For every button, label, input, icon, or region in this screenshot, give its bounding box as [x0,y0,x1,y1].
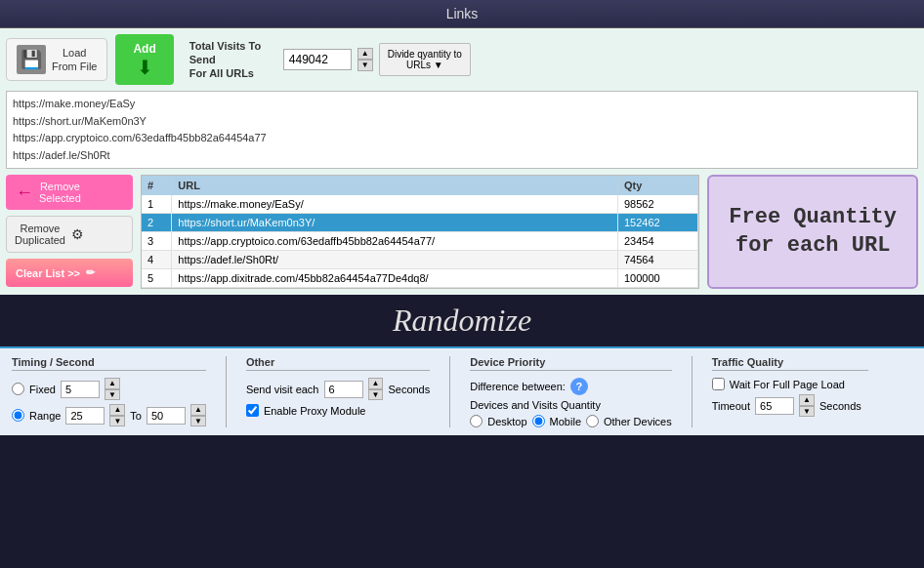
timing-fixed-radio[interactable] [12,383,24,395]
remove-duplicated-button[interactable]: Remove Duplicated ⚙ [6,216,133,253]
total-visits-label: Total Visits To Send For All URLs [189,39,277,81]
timing-fixed-row: Fixed ▲ ▼ [12,378,206,400]
cell-qty: 74564 [618,251,698,269]
load-from-file-button[interactable]: 💾 Load From File [6,38,107,81]
difference-label-row: Difference between: ? [470,378,671,395]
cell-qty: 100000 [618,269,698,288]
free-quantity-box: Free Quantity for each URL [707,175,918,289]
middle-section: ← Remove Selected Remove Duplicated ⚙ Cl… [6,175,918,289]
divider-2 [449,356,450,427]
clear-list-label: Clear List >> [16,267,80,279]
other-devices-label: Other Devices [604,416,672,427]
cell-qty: 98562 [618,195,698,214]
timing-fixed-up[interactable]: ▲ [105,378,120,389]
divide-quantity-button[interactable]: Divide qyantity to URLs ▼ [379,43,471,76]
url-line-4: https://adef.le/Sh0Rt [13,147,911,165]
mobile-radio[interactable] [532,415,545,427]
cell-url: https://make.money/EaSy/ [172,195,618,214]
timing-from-up[interactable]: ▲ [109,404,125,416]
device-priority-group: Device Priority Difference between: ? De… [470,356,671,427]
visits-spinner: ▲ ▼ [357,48,373,70]
url-line-5: https://app.dixitrade.com/45bb82a64454a7… [13,164,911,169]
cell-url: https://short.ur/MaKem0n3Y/ [172,214,618,232]
timeout-spinner: ▲ ▼ [799,394,815,417]
gear-icon: ⚙ [71,226,84,242]
send-visit-label: Send visit each [246,384,319,395]
total-visits-section: Total Visits To Send For All URLs ▲ ▼ Di… [189,39,471,81]
other-title: Other [246,356,430,371]
send-visit-down[interactable]: ▼ [368,389,384,401]
table-row[interactable]: 5 https://app.dixitrade.com/45bb82a64454… [142,269,698,288]
cell-num: 2 [142,214,172,232]
send-visit-up[interactable]: ▲ [368,378,384,389]
timing-fixed-down[interactable]: ▼ [105,389,120,401]
desktop-label: Desktop [487,416,526,427]
col-url: URL [172,176,618,195]
wait-page-load-checkbox[interactable] [712,378,725,390]
table-row[interactable]: 3 https://app.cryptoico.com/63edaffb45bb… [142,232,698,251]
table-row[interactable]: 4 https://adef.le/Sh0Rt/ 74564 [142,251,698,269]
device-help-button[interactable]: ? [570,378,588,395]
timing-fixed-label: Fixed [29,384,56,395]
desktop-radio[interactable] [470,415,483,427]
mobile-label: Mobile [550,416,581,427]
timeout-down[interactable]: ▼ [799,406,815,418]
timing-range-radio[interactable] [12,409,24,422]
timing-fixed-input[interactable] [61,381,100,398]
add-button[interactable]: Add ⬇ [115,34,173,85]
visits-spinner-down[interactable]: ▼ [357,60,373,71]
proxy-row: Enable Proxy Module [246,404,430,417]
timeout-up[interactable]: ▲ [799,394,815,406]
timing-from-spinner: ▲ ▼ [109,404,125,426]
timing-range-row: Range ▲ ▼ To ▲ ▼ [12,404,206,426]
devices-visits-row: Devices and Visits Quantity [470,399,671,411]
other-devices-radio[interactable] [586,415,599,427]
cell-num: 5 [142,269,172,288]
other-group: Other Send visit each ▲ ▼ Seconds Enable… [246,356,430,417]
col-qty: Qty [618,176,698,195]
url-table: # URL Qty 1 https://make.money/EaSy/ 985… [142,176,698,288]
wait-page-load-label: Wait For Full Page Load [730,379,845,390]
cell-url: https://app.dixitrade.com/45bb82a64454a7… [172,269,618,288]
visits-spinner-up[interactable]: ▲ [357,48,373,60]
timing-group: Timing / Second Fixed ▲ ▼ Range ▲ ▼ To ▲… [12,356,206,426]
traffic-quality-group: Traffic Quality Wait For Full Page Load … [712,356,868,417]
send-visit-spinner: ▲ ▼ [368,378,384,400]
table-row[interactable]: 2 https://short.ur/MaKem0n3Y/ 152462 [142,214,698,232]
device-priority-title: Device Priority [470,356,671,371]
remove-selected-label: Remove Selected [39,181,81,204]
remove-selected-line1: Remove [40,181,80,192]
timeout-row: Timeout ▲ ▼ Seconds [712,394,868,417]
remove-selected-button[interactable]: ← Remove Selected [6,175,133,210]
device-options-row: Desktop Mobile Other Devices [470,415,671,427]
cell-num: 1 [142,195,172,214]
timing-to-up[interactable]: ▲ [190,404,206,416]
cell-url: https://app.cryptoico.com/63edaffb45bb82… [172,232,618,251]
toolbar: 💾 Load From File Add ⬇ Total Visits To S… [6,34,918,85]
free-qty-line1: Free Quantity [729,205,897,229]
title-bar: Links [0,0,924,28]
table-row[interactable]: 1 https://make.money/EaSy/ 98562 [142,195,698,214]
randomize-label: Randomize [393,303,531,338]
main-area: 💾 Load From File Add ⬇ Total Visits To S… [0,28,924,295]
timing-range-to-input[interactable] [147,407,186,425]
send-visit-input[interactable] [324,381,363,398]
timeout-input[interactable] [755,397,794,415]
clear-list-button[interactable]: Clear List >> ✏ [6,259,133,287]
timing-title: Timing / Second [12,356,206,371]
timing-to-spinner: ▲ ▼ [190,404,206,426]
timing-to-down[interactable]: ▼ [190,416,206,427]
enable-proxy-checkbox[interactable] [246,404,259,417]
difference-label: Difference between: [470,381,566,392]
timing-fixed-spinner: ▲ ▼ [105,378,120,400]
left-controls: ← Remove Selected Remove Duplicated ⚙ Cl… [6,175,133,289]
eraser-icon: ✏ [86,266,95,279]
floppy-icon: 💾 [17,45,46,74]
total-visits-input[interactable] [283,49,352,70]
timing-range-from-input[interactable] [65,407,105,425]
timing-from-down[interactable]: ▼ [109,416,125,427]
cell-qty: 152462 [618,214,698,232]
url-line-1: https://make.money/EaSy [13,96,911,113]
devices-visits-label: Devices and Visits Quantity [470,399,601,411]
add-arrow-icon: ⬇ [137,58,153,77]
